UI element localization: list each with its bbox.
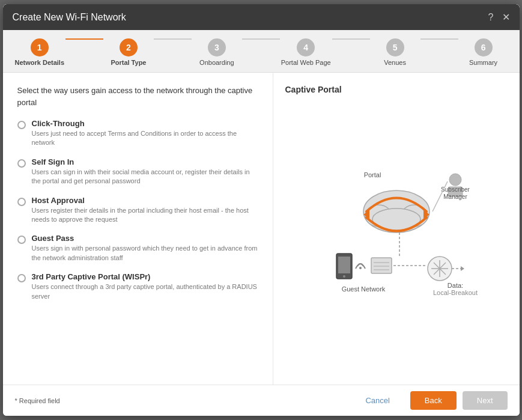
- left-panel: Select the way users gain access to the …: [3, 73, 273, 385]
- option-self-sign-in[interactable]: Self Sign In Users can sign in with thei…: [17, 157, 258, 186]
- svg-text:Subscriber: Subscriber: [441, 186, 470, 193]
- svg-text:Guest Network: Guest Network: [341, 285, 385, 293]
- svg-rect-15: [371, 258, 392, 273]
- step-3[interactable]: 3 Onboarding: [193, 38, 241, 66]
- step-6[interactable]: 6 Summary: [460, 38, 508, 66]
- radio-3rd-party[interactable]: [17, 274, 26, 282]
- step-6-circle: 6: [475, 38, 493, 56]
- right-panel-title: Captive Portal: [285, 85, 508, 94]
- option-click-through[interactable]: Click-Through Users just need to accept …: [17, 119, 258, 148]
- svg-point-13: [343, 275, 345, 278]
- step-line-4: [332, 38, 370, 40]
- option-host-approval[interactable]: Host Approval Users register their detai…: [17, 196, 258, 225]
- step-line-2: [154, 38, 192, 40]
- step-2-label: Portal Type: [111, 59, 146, 66]
- footer-buttons: Cancel Back Next: [351, 391, 507, 410]
- radio-guest-pass[interactable]: [17, 236, 26, 244]
- option-guest-pass-title: Guest Pass: [32, 234, 258, 243]
- right-panel: Captive Portal: [273, 73, 520, 385]
- modal-header: Create New Wi-Fi Network ? ✕: [3, 4, 520, 30]
- step-1-label: Network Details: [15, 59, 65, 66]
- intro-text: Select the way users gain access to the …: [17, 85, 258, 108]
- svg-point-14: [359, 267, 362, 269]
- radio-self-sign-in[interactable]: [17, 159, 26, 168]
- svg-text:Data:: Data:: [447, 282, 463, 289]
- modal-title: Create New Wi-Fi Network: [13, 12, 126, 23]
- step-4-circle: 4: [297, 38, 315, 56]
- required-note: * Required field: [15, 397, 60, 404]
- step-6-label: Summary: [469, 59, 497, 66]
- step-3-circle: 3: [208, 38, 226, 56]
- step-5[interactable]: 5 Venues: [371, 38, 419, 66]
- step-line-5: [420, 38, 458, 40]
- option-host-approval-desc: Users register their details in the port…: [32, 206, 258, 225]
- modal-footer: * Required field Cancel Back Next: [3, 385, 520, 416]
- modal-window: Create New Wi-Fi Network ? ✕ 1 Network D…: [3, 4, 520, 416]
- svg-text:Manager: Manager: [443, 193, 467, 200]
- close-icon[interactable]: ✕: [502, 11, 510, 23]
- option-guest-pass-desc: Users sign in with personal password whi…: [32, 244, 258, 263]
- step-2-circle: 2: [120, 38, 138, 56]
- radio-click-through[interactable]: [17, 121, 26, 129]
- step-1[interactable]: 1 Network Details: [15, 38, 65, 66]
- cancel-button[interactable]: Cancel: [351, 391, 404, 410]
- option-self-sign-in-desc: Users can sign in with their social medi…: [32, 168, 258, 186]
- option-click-through-desc: Users just need to accept Terms and Cond…: [32, 129, 258, 148]
- svg-rect-12: [338, 257, 350, 273]
- help-icon[interactable]: ?: [488, 12, 494, 23]
- option-3rd-party-title: 3rd Party Captive Portal (WISPr): [32, 272, 258, 281]
- step-line-3: [242, 38, 280, 40]
- option-host-approval-title: Host Approval: [32, 196, 258, 205]
- next-button[interactable]: Next: [463, 391, 508, 410]
- svg-point-6: [449, 174, 461, 186]
- option-3rd-party[interactable]: 3rd Party Captive Portal (WISPr) Users c…: [17, 272, 258, 301]
- step-line-1: [65, 38, 103, 40]
- svg-marker-26: [461, 266, 464, 271]
- step-2[interactable]: 2 Portal Type: [105, 38, 153, 66]
- step-4[interactable]: 4 Portal Web Page: [281, 38, 331, 66]
- portal-label: Portal: [363, 171, 381, 178]
- option-click-through-title: Click-Through: [32, 119, 258, 128]
- svg-text:Local-Breakout: Local-Breakout: [433, 289, 478, 296]
- back-button[interactable]: Back: [410, 391, 457, 410]
- diagram-area: Portal Subscriber Manager: [285, 104, 508, 373]
- option-self-sign-in-title: Self Sign In: [32, 157, 258, 166]
- radio-host-approval[interactable]: [17, 198, 26, 206]
- option-guest-pass[interactable]: Guest Pass Users sign in with personal p…: [17, 234, 258, 263]
- step-4-label: Portal Web Page: [281, 59, 331, 66]
- option-3rd-party-desc: Users connect through a 3rd party captiv…: [32, 282, 258, 301]
- modal-body: Select the way users gain access to the …: [3, 73, 520, 385]
- step-5-label: Venues: [384, 59, 406, 66]
- step-1-circle: 1: [31, 38, 49, 56]
- step-5-circle: 5: [386, 38, 404, 56]
- header-icons: ? ✕: [488, 11, 510, 23]
- step-3-label: Onboarding: [199, 59, 234, 66]
- captive-portal-diagram: Portal Subscriber Manager: [300, 154, 493, 323]
- wizard-steps: 1 Network Details 2 Portal Type 3 Onboar…: [3, 30, 520, 73]
